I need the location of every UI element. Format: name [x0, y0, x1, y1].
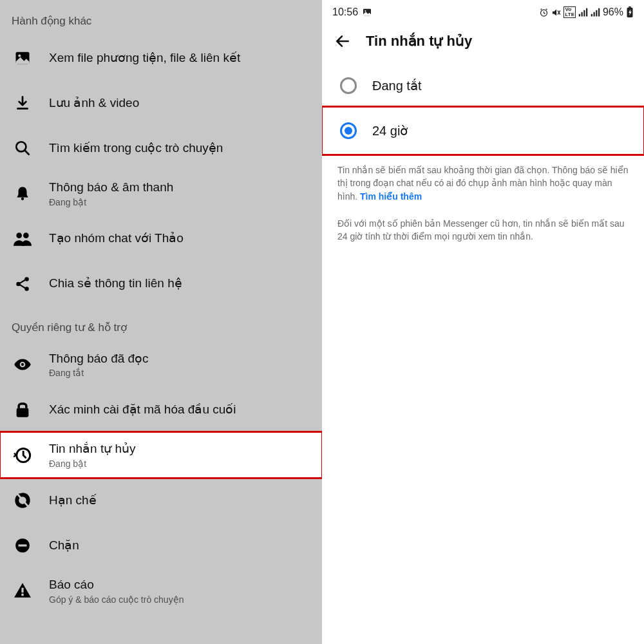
svg-point-23	[365, 10, 366, 12]
row-search[interactable]: Tìm kiếm trong cuộc trò chuyện	[0, 126, 322, 171]
option-label: 24 giờ	[372, 123, 408, 138]
row-label: Xác minh cài đặt mã hóa đầu cuối	[49, 402, 236, 418]
row-label: Hạn chế	[49, 493, 97, 509]
svg-rect-28	[586, 8, 587, 16]
row-read-receipts[interactable]: Thông báo đã đọc Đang tắt	[0, 342, 322, 388]
mute-icon	[551, 8, 561, 17]
section-header-actions: Hành động khác	[0, 0, 322, 35]
status-left: 10:56	[332, 6, 372, 18]
row-sublabel: Đang bật	[49, 197, 173, 207]
svg-rect-30	[593, 12, 594, 16]
section-header-privacy: Quyền riêng tư & hỗ trợ	[0, 307, 322, 342]
svg-rect-20	[21, 588, 23, 593]
row-label: Tin nhắn tự hủy	[49, 441, 136, 457]
row-verify-encryption[interactable]: Xác minh cài đặt mã hóa đầu cuối	[0, 387, 322, 432]
status-bar: 10:56 VoLTE 96%	[322, 0, 644, 21]
svg-rect-25	[579, 14, 580, 16]
svg-rect-32	[598, 8, 600, 16]
row-label: Thông báo & âm thanh	[49, 180, 173, 196]
svg-rect-26	[581, 12, 582, 16]
alarm-icon	[539, 8, 549, 17]
header-bar: Tin nhắn tự hủy	[322, 21, 644, 64]
svg-line-4	[24, 150, 29, 155]
svg-line-11	[20, 279, 26, 283]
search-icon	[12, 137, 33, 159]
bell-icon	[12, 182, 33, 204]
svg-point-7	[23, 232, 29, 238]
disappearing-messages-screen: 10:56 VoLTE 96% Tin nhắn tự hủy Đang tắt…	[322, 0, 644, 644]
people-icon	[12, 228, 33, 250]
row-report[interactable]: Báo cáo Góp ý & báo cáo cuộc trò chuyện	[0, 568, 322, 614]
signal-icon	[578, 8, 588, 17]
eye-icon	[12, 354, 33, 375]
image-icon	[12, 47, 33, 69]
row-disappearing-messages[interactable]: Tin nhắn tự hủy Đang bật	[0, 432, 322, 478]
svg-rect-34	[629, 6, 631, 8]
warning-icon	[12, 580, 33, 601]
svg-rect-31	[596, 10, 597, 16]
row-save[interactable]: Lưu ảnh & video	[0, 80, 322, 126]
row-sublabel: Đang tắt	[49, 368, 149, 378]
row-label: Tạo nhóm chat với Thảo	[49, 231, 184, 247]
volte-icon: VoLTE	[564, 6, 576, 18]
svg-rect-29	[591, 14, 592, 16]
svg-rect-15	[17, 408, 29, 417]
row-create-group[interactable]: Tạo nhóm chat với Thảo	[0, 216, 322, 261]
radio-24h[interactable]	[340, 122, 357, 139]
settings-screen: Hành động khác Xem file phương tiện, fil…	[0, 0, 322, 644]
row-label: Báo cáo	[49, 577, 184, 593]
row-label: Thông báo đã đọc	[49, 351, 149, 367]
learn-more-link[interactable]: Tìm hiểu thêm	[360, 191, 422, 202]
row-label: Tìm kiếm trong cuộc trò chuyện	[49, 140, 223, 156]
option-24h[interactable]: 24 giờ	[322, 107, 644, 155]
row-media[interactable]: Xem file phương tiện, file & liên kết	[0, 35, 322, 80]
download-icon	[12, 92, 33, 114]
svg-rect-19	[19, 544, 27, 546]
svg-point-5	[21, 198, 24, 200]
battery-icon	[626, 6, 634, 18]
block-icon	[12, 535, 33, 556]
row-block[interactable]: Chặn	[0, 523, 322, 568]
option-off[interactable]: Đang tắt	[322, 64, 644, 107]
svg-point-21	[21, 594, 24, 596]
status-time: 10:56	[332, 6, 358, 18]
row-sublabel: Góp ý & báo cáo cuộc trò chuyện	[49, 594, 184, 605]
svg-rect-27	[583, 10, 585, 16]
lock-icon	[12, 399, 33, 421]
row-label: Lưu ảnh & video	[49, 95, 139, 111]
row-sublabel: Đang bật	[49, 459, 136, 469]
svg-point-6	[16, 232, 22, 238]
option-label: Đang tắt	[372, 78, 421, 93]
history-icon	[12, 444, 33, 466]
svg-point-14	[21, 363, 24, 366]
back-button[interactable]	[334, 32, 352, 50]
signal-icon-2	[591, 8, 600, 17]
description-note: Đối với một số phiên bản Messenger cũ hơ…	[322, 205, 644, 255]
row-label: Xem file phương tiện, file & liên kết	[49, 50, 240, 66]
svg-line-12	[20, 285, 26, 288]
row-notifications[interactable]: Thông báo & âm thanh Đang bật	[0, 171, 322, 216]
status-battery: 96%	[603, 6, 623, 18]
row-label: Chia sẻ thông tin liên hệ	[49, 276, 182, 292]
description-text: Tin nhắn sẽ biến mất sau khoảng thời gia…	[322, 155, 644, 205]
status-right: VoLTE 96%	[539, 6, 634, 18]
gallery-icon	[362, 7, 372, 17]
row-restrict[interactable]: Hạn chế	[0, 478, 322, 523]
svg-point-1	[18, 54, 21, 57]
row-label: Chặn	[49, 538, 79, 554]
row-share-contact[interactable]: Chia sẻ thông tin liên hệ	[0, 261, 322, 307]
restrict-icon	[12, 489, 33, 511]
share-icon	[12, 273, 33, 295]
page-title: Tin nhắn tự hủy	[366, 33, 472, 50]
svg-point-17	[19, 497, 26, 504]
radio-off[interactable]	[340, 77, 357, 94]
